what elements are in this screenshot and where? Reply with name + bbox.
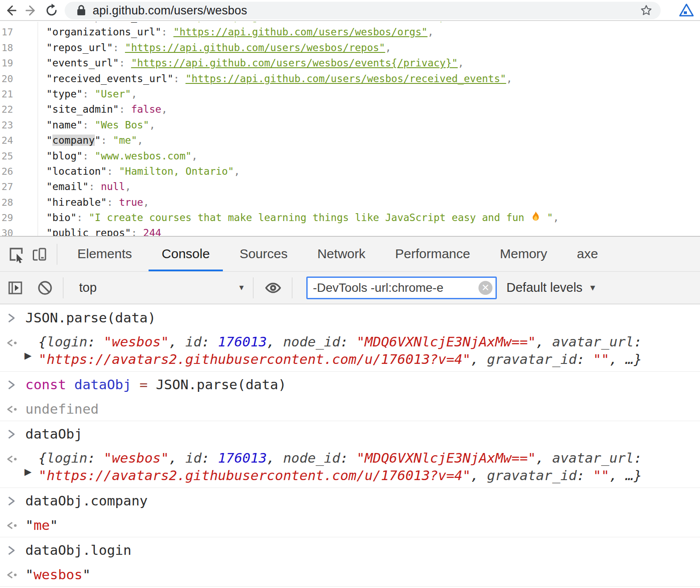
eye-icon	[263, 279, 283, 297]
json-line: 19"events_url": "https://api.github.com/…	[0, 55, 700, 71]
line-number: 17	[0, 24, 13, 40]
device-toolbar-button[interactable]	[28, 242, 52, 266]
jv-str: "Wes Bos"	[95, 119, 149, 131]
c-punct: ,	[169, 334, 185, 349]
tab-console[interactable]: Console	[147, 237, 225, 272]
console-command-row: dataObj.company	[0, 488, 700, 512]
console-log: JSON.parse(data)▶{login: "wesbos", id: 1…	[0, 305, 700, 588]
execution-context-selector[interactable]: top ▼	[79, 280, 245, 295]
jv-key: "hireable"	[46, 197, 107, 208]
tab-performance[interactable]: Performance	[380, 237, 485, 272]
bookmark-star-icon[interactable]	[640, 4, 653, 17]
c-q: "	[83, 567, 91, 582]
filter-input[interactable]	[306, 277, 497, 299]
jv-link[interactable]: "https://api.github.com/users/wesbos/org…	[173, 26, 428, 38]
forward-button[interactable]	[24, 3, 39, 18]
expand-triangle-icon[interactable]: ▶	[24, 463, 31, 481]
tab-elements[interactable]: Elements	[62, 237, 147, 272]
axe-extension-button[interactable]	[678, 3, 695, 20]
clear-console-icon	[36, 279, 54, 297]
levels-label: Default levels	[506, 280, 582, 295]
chevron-down-icon: ▼	[589, 283, 597, 293]
jv-emoji	[530, 212, 541, 223]
return-value-icon	[5, 519, 20, 534]
json-line: 20"received_events_url": "https://api.gi…	[0, 71, 700, 86]
c-str: ""	[593, 351, 609, 367]
back-button[interactable]	[3, 3, 18, 18]
c-punct: :	[634, 334, 642, 349]
json-line: 30"public_repos": 244	[0, 225, 700, 236]
reload-button[interactable]	[44, 3, 59, 18]
jv-punct: ,	[458, 57, 464, 69]
c-undef: undefined	[25, 401, 99, 417]
clear-console-button[interactable]	[33, 276, 57, 300]
jv-punct: ,	[131, 88, 137, 100]
devtools-tabbar: ElementsConsoleSourcesNetworkPerformance…	[0, 237, 700, 272]
live-expression-button[interactable]	[261, 276, 285, 300]
line-number: 21	[0, 86, 13, 102]
toolbar-divider	[57, 244, 57, 265]
toolbar-divider	[253, 277, 253, 298]
console-result-row: undefined	[0, 396, 700, 421]
jv-punct: :	[113, 42, 125, 53]
c-q: "	[50, 517, 58, 533]
console-command-row: JSON.parse(data)	[0, 305, 700, 329]
console-sidebar-button[interactable]	[3, 276, 27, 300]
jv-punct: :	[83, 119, 95, 131]
c-punct: :	[577, 351, 593, 367]
line-number: 24	[0, 133, 13, 148]
jv-punct: ,	[149, 119, 155, 131]
console-filter: ✕	[306, 277, 497, 299]
c-str: ""	[593, 467, 609, 483]
tab-axe[interactable]: axe	[562, 237, 613, 272]
tab-sources[interactable]: Sources	[225, 237, 302, 272]
clear-filter-button[interactable]: ✕	[478, 281, 492, 295]
jv-link[interactable]: "https://api.github.com/users/wesbos/rec…	[186, 73, 506, 84]
jv-punct: :	[173, 73, 186, 84]
jv-punct: ,	[191, 150, 198, 162]
json-line: 24"company": "me",	[0, 133, 700, 148]
tab-memory[interactable]: Memory	[485, 237, 562, 272]
jv-punct: ,	[506, 73, 512, 84]
c-str: "https://avatars2.githubusercontent.com/…	[38, 351, 471, 367]
jv-key: "	[95, 135, 101, 146]
c-plain: dataObj	[25, 426, 83, 442]
line-number: 18	[0, 40, 13, 55]
line-number: 25	[0, 149, 13, 164]
tab-network[interactable]: Network	[302, 237, 380, 272]
address-bar[interactable]: api.github.com/users/wesbos	[65, 2, 661, 19]
jv-punct: ,	[125, 181, 131, 192]
jv-link[interactable]: "https://api.github.com/users/wesbos/eve…	[131, 57, 458, 69]
jv-punct: :	[119, 104, 131, 115]
expand-triangle-icon[interactable]: ▶	[24, 347, 31, 364]
jv-key: "name"	[46, 119, 83, 131]
json-line: 18"repos_url": "https://api.github.com/u…	[0, 40, 700, 55]
jv-key: "bio"	[46, 212, 76, 223]
jv-link[interactable]: "https://api.github.com/users/wesbos/rep…	[125, 42, 385, 53]
c-q: "	[25, 567, 34, 582]
jv-key: "organizations_url"	[46, 26, 161, 38]
jv-punct: :	[101, 135, 113, 146]
console-entry-group: dataObj.company"me"	[0, 488, 700, 537]
c-punct: :	[201, 450, 218, 466]
c-def: dataObj	[74, 377, 132, 392]
toolbar-divider	[292, 277, 292, 298]
c-plain: JSON.parse(data)	[148, 377, 286, 392]
jv-key: "blog"	[46, 150, 83, 162]
c-prop: id	[185, 450, 201, 466]
lock-icon	[76, 4, 87, 17]
inspect-element-button[interactable]	[4, 242, 28, 266]
toolbar-divider	[63, 277, 63, 298]
return-value-icon	[5, 569, 20, 584]
jv-kw: false	[131, 104, 161, 115]
log-levels-dropdown[interactable]: Default levels ▼	[506, 280, 597, 295]
jv-punct: ,	[161, 104, 167, 115]
c-prop: gravatar_id	[487, 467, 577, 483]
c-kw: const	[25, 377, 74, 392]
forward-arrow-icon	[24, 3, 39, 18]
jv-link[interactable]: "https://api.github.com/users/wesbos/sub…	[173, 22, 482, 22]
jv-key: "type"	[46, 88, 83, 100]
c-punct: ,	[471, 467, 487, 483]
jv-num-val: 244	[143, 227, 162, 236]
console-prompt-icon	[5, 312, 17, 327]
